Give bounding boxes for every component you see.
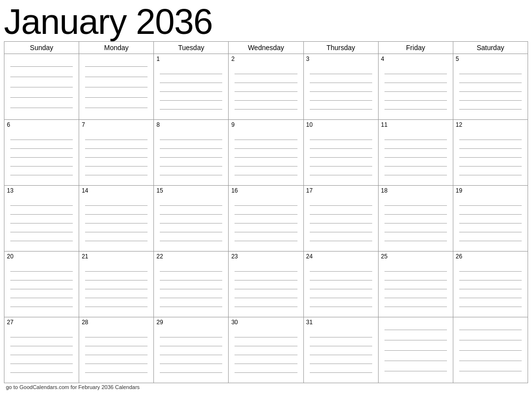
line	[310, 289, 372, 289]
day-number: 29	[156, 319, 226, 326]
line	[384, 74, 447, 74]
line	[459, 232, 522, 232]
day-number: 2	[231, 56, 300, 62]
week-row: 20212223242526	[4, 252, 528, 317]
lines-container	[156, 130, 226, 184]
line	[310, 241, 372, 241]
line	[310, 83, 372, 83]
line	[160, 74, 222, 74]
line	[459, 241, 522, 241]
line	[310, 74, 372, 74]
day-cell: 5	[453, 54, 528, 120]
line	[235, 74, 297, 74]
line	[160, 166, 222, 167]
week-row: 2728293031	[4, 317, 528, 383]
day-number: 4	[381, 56, 450, 62]
line	[384, 330, 447, 330]
line	[160, 148, 222, 149]
lines-container	[231, 262, 300, 315]
line	[384, 148, 447, 149]
lines-container	[7, 130, 76, 184]
line	[384, 166, 447, 167]
line	[235, 223, 297, 224]
line	[160, 271, 222, 272]
day-cell: 3	[304, 54, 379, 120]
line	[384, 340, 447, 340]
lines-container	[456, 130, 525, 184]
line	[235, 337, 297, 337]
day-number: 15	[156, 187, 226, 194]
day-number: 7	[82, 121, 151, 128]
line	[10, 108, 73, 108]
line	[459, 340, 522, 340]
line	[459, 100, 522, 101]
line	[235, 157, 297, 158]
line	[459, 307, 522, 307]
line	[459, 148, 522, 149]
line	[160, 355, 222, 355]
lines-container	[7, 196, 76, 250]
day-cell: 11	[379, 120, 453, 186]
line	[459, 109, 522, 110]
day-cell: 12	[453, 120, 528, 186]
day-header: Friday	[379, 42, 453, 54]
month-title: January 2036	[4, 4, 528, 39]
lines-container	[231, 64, 300, 118]
day-cell: 24	[304, 252, 379, 317]
day-cell: 20	[4, 252, 79, 317]
line	[10, 157, 73, 158]
line	[235, 289, 297, 289]
line	[160, 91, 222, 92]
day-cell: 2	[229, 54, 303, 120]
line	[384, 232, 447, 232]
day-cell: 29	[154, 317, 229, 383]
day-number: 1	[156, 56, 226, 62]
line	[235, 346, 297, 346]
day-cell: 9	[229, 120, 303, 186]
lines-container	[82, 196, 151, 250]
line	[384, 271, 447, 272]
line	[384, 298, 447, 298]
line	[10, 241, 73, 241]
line	[160, 346, 222, 346]
line	[85, 205, 148, 206]
line	[85, 97, 148, 98]
line	[10, 148, 73, 149]
line	[459, 223, 522, 224]
day-number: 30	[231, 319, 300, 326]
day-number: 17	[306, 187, 376, 194]
line	[10, 337, 73, 337]
line	[235, 109, 297, 110]
line	[235, 175, 297, 175]
line	[310, 175, 372, 175]
line	[459, 157, 522, 158]
line	[85, 372, 148, 373]
day-cell: 17	[304, 186, 379, 252]
lines-container	[381, 262, 450, 315]
day-cell: 30	[229, 317, 303, 383]
line	[10, 289, 73, 289]
line	[85, 241, 148, 241]
line	[85, 364, 148, 364]
line	[310, 166, 372, 167]
line	[85, 232, 148, 232]
calendar-grid: SundayMondayTuesdayWednesdayThursdayFrid…	[4, 41, 528, 383]
line	[10, 223, 73, 224]
line	[235, 364, 297, 364]
day-number: 10	[306, 121, 376, 128]
lines-container	[381, 130, 450, 184]
line	[459, 214, 522, 215]
lines-container	[381, 64, 450, 118]
line	[160, 372, 222, 373]
line	[459, 298, 522, 298]
day-number: 20	[7, 253, 76, 260]
lines-container	[456, 64, 525, 118]
day-cell	[4, 54, 79, 120]
line	[10, 214, 73, 215]
lines-container	[7, 262, 76, 315]
day-cell: 16	[229, 186, 303, 252]
line	[235, 241, 297, 241]
line	[459, 271, 522, 272]
line	[10, 355, 73, 355]
line	[235, 148, 297, 149]
